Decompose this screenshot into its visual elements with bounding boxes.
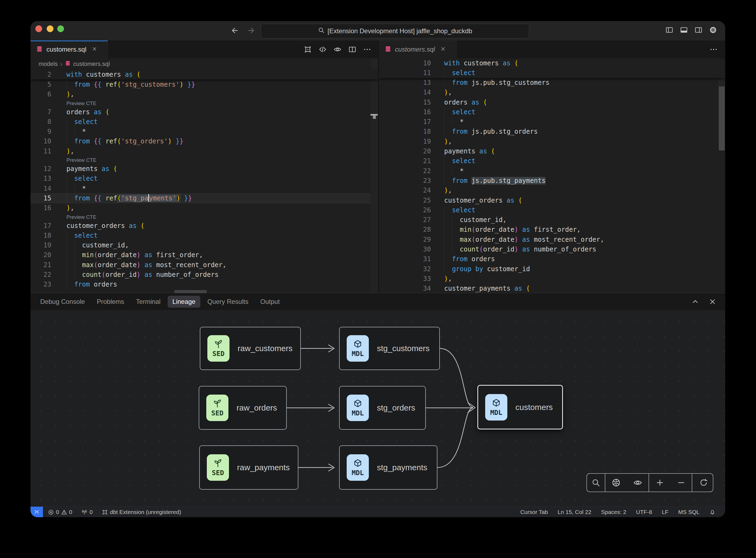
code-button[interactable]: [318, 45, 327, 54]
code-line-11[interactable]: 11 select: [379, 68, 725, 78]
dots-button[interactable]: [363, 45, 372, 54]
code-line-27[interactable]: 27 customer_id,: [379, 215, 725, 225]
codelens-preview-cte[interactable]: Preview CTE: [30, 213, 378, 221]
code-line-32[interactable]: 32 group by customer_id: [379, 264, 725, 274]
command-center-search[interactable]: [Extension Development Host] jaffle_shop…: [261, 24, 529, 39]
dbt-button[interactable]: [303, 45, 312, 54]
minus-button[interactable]: [677, 478, 686, 487]
status-ports[interactable]: 0: [81, 509, 93, 515]
horizontal-scrollbar[interactable]: [174, 290, 207, 293]
code-line-14[interactable]: 14),: [379, 87, 725, 97]
status-warning[interactable]: 00: [48, 509, 72, 515]
forward-button[interactable]: [246, 26, 256, 35]
panel-tab-lineage[interactable]: Lineage: [168, 296, 200, 308]
search-button[interactable]: [591, 478, 600, 487]
code-line-14[interactable]: 14 *: [30, 184, 378, 194]
code-line-16[interactable]: 16 select: [379, 107, 725, 117]
close-tab-icon[interactable]: [440, 46, 446, 53]
lineage-node-raw_customers[interactable]: SEDraw_customers: [200, 327, 301, 370]
close-icon[interactable]: [92, 46, 98, 52]
close-button[interactable]: [708, 297, 717, 306]
layout-panel-button[interactable]: [679, 25, 688, 34]
tab-customers-sql-right[interactable]: customers.sql: [379, 41, 457, 58]
chevron-up-button[interactable]: [690, 297, 700, 306]
lineage-node-customers[interactable]: MDLcustomers: [477, 385, 563, 429]
status-bell[interactable]: [709, 509, 715, 515]
status-dbt[interactable]: dbt Extension (unregistered): [102, 509, 181, 515]
code-line-28[interactable]: 28 min(order_date) as first_order,: [379, 225, 725, 234]
code-line-21[interactable]: 21 select: [379, 156, 725, 166]
editor-right[interactable]: 10with customers as (11 select 13 from j…: [379, 58, 725, 293]
back-button[interactable]: [230, 26, 239, 35]
panel-tab-problems[interactable]: Problems: [97, 298, 124, 305]
status-ln-15-col-22[interactable]: Ln 15, Col 22: [557, 509, 591, 515]
sticky-scroll[interactable]: 2with customers as (: [30, 70, 378, 79]
remote-icon[interactable]: [33, 509, 40, 515]
codelens-preview-cte[interactable]: Preview CTE: [30, 99, 378, 107]
code-line-13[interactable]: 13 from js.pub.stg_customers: [379, 78, 725, 87]
code-line-30[interactable]: 30 count(order_id) as number_of_orders: [379, 245, 725, 254]
vertical-scrollbar[interactable]: [719, 86, 725, 150]
code-line-9[interactable]: 9 *: [30, 127, 378, 136]
code-line-15[interactable]: 15 from {{ ref('stg_payments') }}: [30, 194, 378, 203]
panel-tab-terminal[interactable]: Terminal: [136, 298, 161, 305]
code-line-21[interactable]: 21 max(order_date) as most_recent_order,: [30, 260, 378, 270]
status-utf-8[interactable]: UTF-8: [636, 509, 652, 515]
breadcrumb-folder[interactable]: models: [38, 60, 58, 68]
close-icon[interactable]: [440, 46, 446, 52]
lineage-node-stg_payments[interactable]: MDLstg_payments: [339, 446, 437, 490]
code-line-17[interactable]: 17customer_orders as (: [30, 221, 378, 231]
plus-button[interactable]: [655, 478, 664, 487]
code-line-29[interactable]: 29 max(order_date) as most_recent_order,: [379, 235, 725, 245]
maximize-window-button[interactable]: [57, 25, 64, 32]
code-line-26[interactable]: 26 select: [379, 205, 725, 215]
code-line-25[interactable]: 25customer_orders as (: [379, 196, 725, 205]
close-tab-icon[interactable]: [92, 46, 98, 53]
breadcrumb-file[interactable]: customers.sql: [73, 60, 110, 68]
lineage-node-raw_payments[interactable]: SEDraw_payments: [199, 446, 298, 490]
lineage-node-stg_customers[interactable]: MDLstg_customers: [339, 327, 440, 370]
remote-indicator-button[interactable]: [30, 507, 43, 517]
breadcrumb[interactable]: models › customers.sql: [38, 58, 110, 70]
code-line-20[interactable]: 20payments as (: [379, 146, 725, 156]
code-line-22[interactable]: 22 count(order_id) as number_of_orders: [30, 270, 378, 280]
layout-sidebar-left-button[interactable]: [665, 25, 674, 34]
layout-sidebar-right-button[interactable]: [694, 25, 703, 34]
code-line-12[interactable]: 12payments as (: [30, 164, 378, 174]
dots-button[interactable]: [709, 45, 718, 54]
tab-customers-sql-left[interactable]: customers.sql: [30, 41, 108, 58]
code-line-18[interactable]: 18 from js.pub.stg_orders: [379, 127, 725, 136]
code-line-17[interactable]: 17 *: [379, 117, 725, 127]
left-editor-overview-ruler[interactable]: [370, 58, 378, 293]
code-line-2[interactable]: 2with customers as (: [30, 70, 378, 79]
sticky-scroll[interactable]: 10with customers as (11 select: [379, 58, 725, 78]
codelens-preview-cte[interactable]: Preview CTE: [30, 156, 378, 164]
code-line-34[interactable]: 34customer_payments as (: [379, 284, 725, 293]
code-line-16[interactable]: 16),: [30, 203, 378, 213]
code-line-19[interactable]: 19 customer_id,: [30, 240, 378, 250]
code-line-18[interactable]: 18 select: [30, 231, 378, 240]
code-line-15[interactable]: 15orders as (: [379, 98, 725, 107]
code-line-33[interactable]: 33),: [379, 274, 725, 284]
status-lf[interactable]: LF: [662, 509, 669, 515]
refresh-button[interactable]: [699, 478, 708, 487]
code-line-19[interactable]: 19),: [379, 137, 725, 146]
lineage-node-stg_orders[interactable]: MDLstg_orders: [339, 386, 426, 430]
status-spaces-2[interactable]: Spaces: 2: [601, 509, 626, 515]
minimize-window-button[interactable]: [47, 25, 53, 32]
code-line-13[interactable]: 13 select: [30, 174, 378, 183]
panel-tab-output[interactable]: Output: [260, 298, 280, 305]
code-line-10[interactable]: 10 from {{ ref('stg_orders') }}: [30, 136, 378, 146]
editor-left[interactable]: models › customers.sql 2with customers a…: [30, 58, 378, 293]
panel-tab-query-results[interactable]: Query Results: [207, 298, 249, 305]
code-line-11[interactable]: 11),: [30, 146, 378, 156]
code-line-20[interactable]: 20 min(order_date) as first_order,: [30, 250, 378, 260]
split-button[interactable]: [348, 45, 357, 54]
lineage-canvas[interactable]: SEDraw_customersMDLstg_customersSEDraw_o…: [30, 310, 725, 506]
code-line-24[interactable]: 24),: [379, 185, 725, 195]
gear-button[interactable]: [708, 25, 718, 34]
code-line-23[interactable]: 23 from orders: [30, 280, 378, 289]
status-ms-sql[interactable]: MS SQL: [678, 509, 700, 515]
aperture-button[interactable]: [611, 478, 621, 487]
code-line-22[interactable]: 22 *: [379, 166, 725, 176]
